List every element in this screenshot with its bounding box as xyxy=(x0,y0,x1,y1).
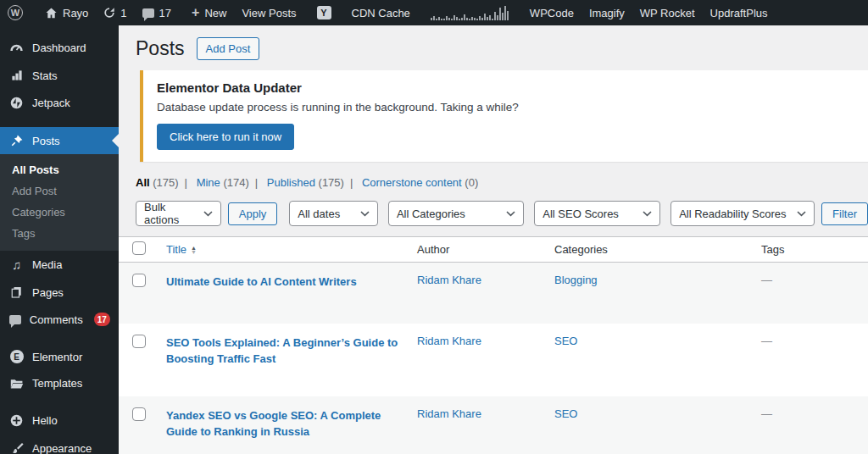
sidebar-item-posts[interactable]: Posts xyxy=(0,127,119,154)
select-all-checkbox[interactable] xyxy=(132,241,146,255)
submenu-categories[interactable]: Categories xyxy=(0,202,119,223)
tags-column-header: Tags xyxy=(754,237,868,263)
post-title-link[interactable]: SEO Tools Explained: A Beginner’s Guide … xyxy=(166,335,403,368)
table-row: Ultimate Guide to AI Content Writers Rid… xyxy=(119,263,868,324)
notice-title: Elementor Data Updater xyxy=(157,80,854,95)
sidebar-label: Jetpack xyxy=(32,97,70,109)
admin-sidebar: Dashboard Stats Jetpack Posts xyxy=(0,25,119,454)
imagify-link[interactable]: Imagify xyxy=(581,0,632,25)
post-author-link[interactable]: Ridam Khare xyxy=(417,274,481,286)
row-checkbox[interactable] xyxy=(132,274,146,287)
wordpress-logo[interactable]: W xyxy=(0,0,31,25)
wordpress-logo-icon: W xyxy=(8,5,23,20)
chevron-down-icon xyxy=(506,211,515,217)
table-toolbar: Bulk actions Apply All dates All Categor… xyxy=(136,201,868,226)
view-posts-link[interactable]: View Posts xyxy=(234,0,303,25)
wpcode-link[interactable]: WPCode xyxy=(522,0,581,25)
readability-scores-filter-select[interactable]: All Readability Scores xyxy=(670,201,815,226)
submenu-tags[interactable]: Tags xyxy=(0,223,119,244)
main-content: Posts Add Post Elementor Data Updater Da… xyxy=(119,25,868,454)
updates-count: 1 xyxy=(120,7,126,19)
sidebar-item-comments[interactable]: Comments 17 xyxy=(0,306,119,333)
view-all-link[interactable]: All (175) xyxy=(136,176,179,189)
run-update-button[interactable]: Click here to run it now xyxy=(157,124,294,150)
sidebar-label: Pages xyxy=(32,286,64,299)
new-content-link[interactable]: + New xyxy=(184,0,234,25)
categories-filter-select[interactable]: All Categories xyxy=(388,201,524,226)
post-title-link[interactable]: Ultimate Guide to AI Content Writers xyxy=(166,274,357,291)
sidebar-item-appearance[interactable]: Appearance xyxy=(0,435,119,454)
post-title-link[interactable]: Yandex SEO vs Google SEO: A Complete Gui… xyxy=(166,407,403,440)
chevron-down-icon xyxy=(360,211,370,217)
row-checkbox[interactable] xyxy=(132,335,146,348)
sidebar-item-templates[interactable]: Templates xyxy=(0,370,119,396)
row-checkbox[interactable] xyxy=(132,407,146,421)
elementor-data-updater-notice: Elementor Data Updater Database update p… xyxy=(140,70,868,162)
sort-arrows-icon: ▲ ▼ xyxy=(191,246,197,254)
plus-icon: + xyxy=(192,6,199,19)
admin-topbar: W Rayo 1 17 + New View Posts Y CDN Cache xyxy=(0,0,868,25)
topbar-comments-link[interactable]: 17 xyxy=(135,0,179,25)
post-category-link[interactable]: SEO xyxy=(554,407,577,420)
sidebar-item-media[interactable]: ♫ Media xyxy=(0,251,119,279)
post-author-link[interactable]: Ridam Khare xyxy=(417,335,481,347)
yoast-seo-icon: Y xyxy=(317,6,331,19)
post-views-filter: All (175) Mine (174) Published (175) Cor… xyxy=(136,176,868,189)
sidebar-label: Appearance xyxy=(32,442,92,454)
comments-bubble-icon xyxy=(142,8,154,18)
sort-by-title-header[interactable]: Title ▲ ▼ xyxy=(166,243,197,256)
jetpack-icon xyxy=(8,96,25,110)
filter-button[interactable]: Filter xyxy=(821,202,868,225)
post-author-link[interactable]: Ridam Khare xyxy=(417,407,481,420)
view-published-link[interactable]: Published (175) xyxy=(267,176,344,189)
pages-icon xyxy=(8,285,25,299)
sidebar-item-jetpack[interactable]: Jetpack xyxy=(0,89,119,117)
view-mine-link[interactable]: Mine (174) xyxy=(197,176,249,189)
chevron-down-icon xyxy=(797,211,806,217)
view-cornerstone-link[interactable]: Cornerstone content (0) xyxy=(362,176,478,189)
submenu-all-posts[interactable]: All Posts xyxy=(0,159,119,180)
stats-icon xyxy=(8,69,25,82)
cdn-cache-link[interactable]: CDN Cache xyxy=(344,0,418,25)
sidebar-label: Stats xyxy=(32,69,58,82)
site-name-link[interactable]: Rayo xyxy=(37,0,96,25)
dates-filter-select[interactable]: All dates xyxy=(289,201,378,226)
sidebar-item-dashboard[interactable]: Dashboard xyxy=(0,34,119,62)
plus-circle-icon xyxy=(8,413,25,428)
sidebar-label: Hello xyxy=(32,414,58,427)
apply-button[interactable]: Apply xyxy=(228,202,278,225)
submenu-add-post[interactable]: Add Post xyxy=(0,180,119,202)
updates-icon xyxy=(103,7,115,19)
seo-scores-filter-select[interactable]: All SEO Scores xyxy=(534,201,660,226)
site-name: Rayo xyxy=(63,7,88,19)
sidebar-item-hello[interactable]: Hello xyxy=(0,407,119,435)
elementor-icon: E xyxy=(8,350,25,363)
stats-sparkline-icon xyxy=(431,5,509,20)
add-post-button[interactable]: Add Post xyxy=(197,37,260,60)
comments-icon xyxy=(8,315,22,324)
table-row: Yandex SEO vs Google SEO: A Complete Gui… xyxy=(119,396,868,454)
page-title: Posts xyxy=(136,37,185,60)
updraftplus-link[interactable]: UpdraftPlus xyxy=(703,0,776,25)
tags-empty-value: — xyxy=(761,407,772,420)
wp-rocket-link[interactable]: WP Rocket xyxy=(632,0,703,25)
post-category-link[interactable]: Blogging xyxy=(554,274,598,286)
sidebar-item-elementor[interactable]: E Elementor xyxy=(0,343,119,370)
folder-icon xyxy=(8,378,25,390)
notice-message: Database update process is running in th… xyxy=(157,101,854,114)
bulk-actions-select[interactable]: Bulk actions xyxy=(136,201,221,226)
chevron-down-icon xyxy=(643,211,652,217)
sidebar-label: Comments xyxy=(30,313,83,326)
sidebar-label: Media xyxy=(32,258,62,271)
topbar-comments-count: 17 xyxy=(159,7,171,19)
sidebar-item-pages[interactable]: Pages xyxy=(0,279,119,306)
sidebar-item-stats[interactable]: Stats xyxy=(0,62,119,89)
updates-link[interactable]: 1 xyxy=(96,0,134,25)
post-category-link[interactable]: SEO xyxy=(554,335,577,347)
tags-empty-value: — xyxy=(761,335,772,347)
sidebar-label: Dashboard xyxy=(32,42,86,54)
table-row: SEO Tools Explained: A Beginner’s Guide … xyxy=(119,324,868,396)
yoast-seo-link[interactable]: Y xyxy=(309,0,339,25)
tags-empty-value: — xyxy=(761,274,772,286)
stats-sparkline-link[interactable] xyxy=(423,0,517,25)
